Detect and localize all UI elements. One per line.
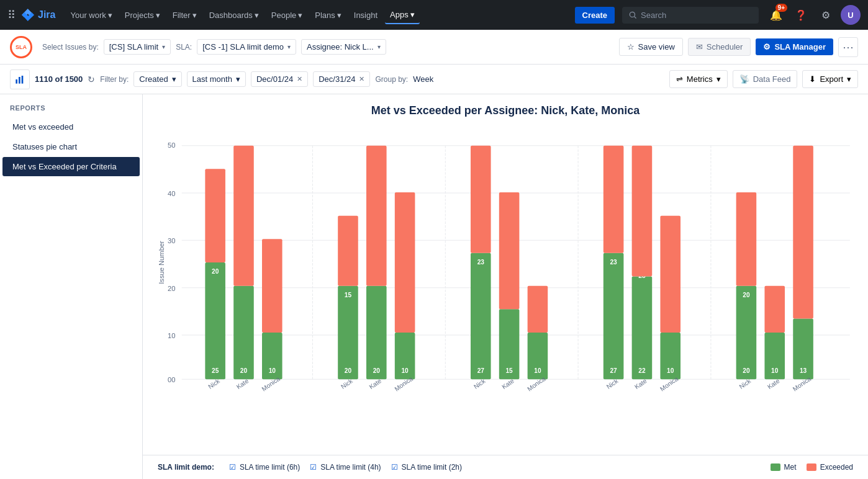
- chart-area: Met vs Exceeded per Assignee: Nick, Kate…: [143, 94, 868, 455]
- search-box[interactable]: [622, 7, 759, 24]
- scheduler-button[interactable]: ✉ Scheduler: [688, 38, 751, 56]
- email-icon: ✉: [696, 42, 703, 51]
- logo-text: Jira: [38, 9, 55, 20]
- chart-panel: Met vs Exceeded per Assignee: Nick, Kate…: [143, 94, 868, 479]
- filter-bar: 1110 of 1500 ↻ Filter by: Created Last m…: [0, 65, 868, 94]
- created-filter[interactable]: Created: [133, 71, 181, 87]
- assignee-select[interactable]: Assignee: Nick L...: [301, 39, 386, 55]
- legend-exceeded: Exceeded: [807, 463, 853, 472]
- avatar[interactable]: U: [841, 5, 861, 25]
- svg-text:30: 30: [168, 237, 175, 244]
- top-navigation: ⠿ Jira Your work Projects Filter Dashboa…: [0, 0, 868, 30]
- svg-rect-50: [471, 146, 491, 253]
- svg-text:13: 13: [800, 367, 807, 374]
- chart-title: Met vs Exceeded per Assignee: Nick, Kate…: [158, 104, 853, 117]
- svg-rect-36: [366, 286, 387, 380]
- nav-people[interactable]: People: [266, 7, 307, 24]
- svg-rect-88: [793, 146, 813, 319]
- svg-text:10: 10: [771, 367, 779, 374]
- svg-rect-84: [764, 286, 785, 333]
- svg-rect-69: [632, 146, 653, 277]
- chevron-down-icon: [410, 10, 415, 19]
- jira-logo[interactable]: Jira: [20, 7, 55, 22]
- notifications-button[interactable]: 🔔 9+: [766, 5, 786, 25]
- close-icon[interactable]: ✕: [297, 75, 302, 83]
- svg-text:20: 20: [743, 367, 750, 374]
- svg-rect-66: [632, 276, 653, 379]
- svg-text:20: 20: [168, 285, 175, 292]
- svg-text:10: 10: [534, 367, 541, 374]
- svg-text:00: 00: [168, 376, 175, 383]
- svg-text:10: 10: [401, 367, 409, 374]
- chevron-down-icon: [172, 74, 176, 84]
- sla-colon: SLA:: [176, 43, 192, 51]
- chart-svg-container: 50 40 30 20 10 00 Issue Number: [158, 132, 853, 393]
- settings-button[interactable]: ⚙: [816, 5, 836, 25]
- svg-text:27: 27: [610, 367, 617, 374]
- close-icon[interactable]: ✕: [359, 75, 364, 83]
- nav-filter[interactable]: Filter: [168, 7, 202, 24]
- nav-projects[interactable]: Projects: [120, 7, 165, 24]
- sidebar-item-met-exceeded-criteria[interactable]: Met vs Exceeded per Criteria: [2, 157, 140, 176]
- met-color-box: [771, 463, 780, 471]
- feed-icon: 📡: [739, 74, 749, 84]
- svg-rect-43: [395, 192, 415, 333]
- nav-your-work[interactable]: Your work: [65, 7, 117, 24]
- export-button[interactable]: ⬇ Export: [802, 70, 858, 88]
- chevron-down-icon: [236, 74, 240, 84]
- last-month-filter[interactable]: Last month: [187, 71, 246, 87]
- chevron-down-icon: [108, 11, 112, 20]
- legend-checkbox-6h: ☑ SLA time limit (6h): [229, 463, 300, 472]
- sla-manager-button[interactable]: ⚙ SLA Manager: [756, 38, 833, 55]
- metrics-button[interactable]: ⇌ Metrics: [669, 70, 728, 88]
- chevron-down-icon: [162, 43, 165, 50]
- chevron-down-icon: [287, 43, 291, 50]
- checkbox-4h[interactable]: ☑: [310, 463, 317, 472]
- svg-text:50: 50: [168, 141, 175, 149]
- svg-text:10: 10: [667, 367, 674, 374]
- svg-rect-2: [19, 77, 20, 84]
- sla-select[interactable]: [CS] SLA limit: [104, 39, 171, 55]
- date-from-chip[interactable]: Dec/01/24 ✕: [251, 71, 308, 87]
- sla-demo-select[interactable]: [CS -1] SLA limit demo: [197, 39, 296, 55]
- chevron-down-icon: [377, 43, 381, 50]
- chevron-down-icon: [255, 11, 259, 20]
- create-button[interactable]: Create: [575, 7, 615, 24]
- svg-text:40: 40: [168, 190, 175, 197]
- search-input[interactable]: [641, 11, 740, 20]
- datafeed-button[interactable]: 📡 Data Feed: [733, 70, 798, 88]
- svg-rect-32: [338, 286, 358, 380]
- legend-checkbox-4h: ☑ SLA time limit (4h): [310, 463, 381, 472]
- chevron-down-icon: [156, 11, 160, 20]
- svg-text:23: 23: [477, 259, 485, 266]
- date-to-chip[interactable]: Dec/31/24 ✕: [313, 71, 370, 87]
- chart-icon-button[interactable]: [10, 69, 30, 89]
- svg-text:20: 20: [240, 367, 248, 374]
- refresh-button[interactable]: ↻: [88, 74, 95, 84]
- reports-label: REPORTS: [0, 104, 142, 117]
- svg-text:20: 20: [743, 292, 750, 298]
- nav-plans[interactable]: Plans: [310, 7, 346, 24]
- help-button[interactable]: ❓: [791, 5, 811, 25]
- save-view-button[interactable]: ☆ Save view: [619, 38, 683, 56]
- grid-icon[interactable]: ⠿: [7, 8, 16, 22]
- export-icon: ⬇: [809, 74, 816, 84]
- nav-dashboards[interactable]: Dashboards: [204, 7, 264, 24]
- settings-icon: ⚙: [763, 42, 771, 51]
- chevron-down-icon: [337, 11, 341, 20]
- second-bar: SLA Select Issues by: [CS] SLA limit SLA…: [0, 30, 868, 65]
- group-by-label: Group by:: [375, 75, 408, 84]
- sidebar-item-statuses-pie[interactable]: Statuses pie chart: [2, 137, 140, 156]
- svg-rect-3: [22, 76, 24, 84]
- sidebar-item-met-vs-exceeded[interactable]: Met vs exceeded: [2, 117, 140, 137]
- nav-apps[interactable]: Apps: [385, 6, 420, 24]
- svg-rect-77: [736, 286, 757, 380]
- chevron-down-icon: [298, 11, 302, 20]
- checkbox-6h[interactable]: ☑: [229, 463, 236, 472]
- metrics-icon: ⇌: [676, 74, 683, 84]
- checkbox-2h[interactable]: ☑: [391, 463, 398, 472]
- nav-insight[interactable]: Insight: [349, 7, 382, 24]
- main-layout: REPORTS Met vs exceeded Statuses pie cha…: [0, 94, 868, 479]
- svg-text:23: 23: [610, 259, 617, 266]
- more-options-button[interactable]: ⋯: [838, 37, 858, 57]
